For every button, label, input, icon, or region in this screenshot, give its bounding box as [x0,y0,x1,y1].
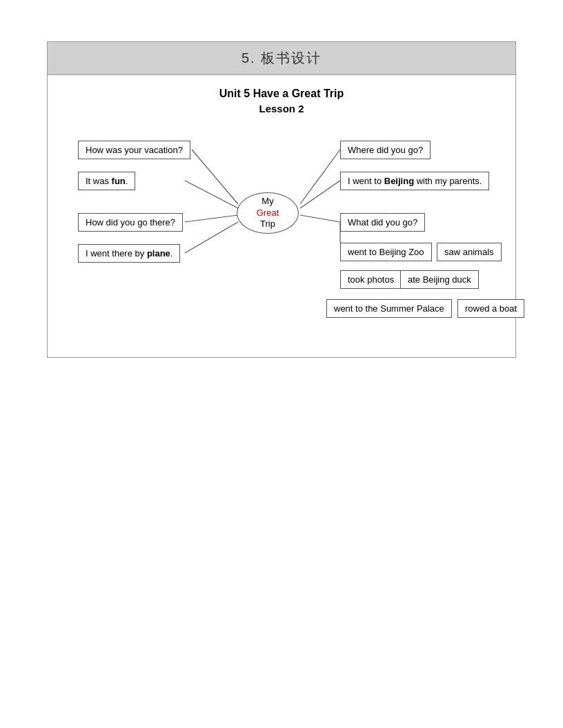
box-ate-beijing-duck: ate Beijing duck [400,270,479,289]
box-went-summer-palace: went to the Summer Palace [326,299,452,318]
box-how-was-vacation: How was your vacation? [78,141,190,159]
mind-map-center: My Great Trip [237,192,299,234]
svg-line-2 [185,215,238,222]
box-rowed-boat: rowed a boat [457,299,524,318]
box-i-went-beijing: I went to Beijing with my parents. [340,172,489,190]
box-saw-animals: saw animals [437,243,502,261]
svg-line-0 [192,150,238,204]
svg-line-5 [300,181,340,208]
box-how-did-you-go: How did you go there? [78,213,183,232]
box-what-did-you-go: What did you go? [340,213,425,232]
lesson-title: Lesson 2 [64,103,499,114]
section-title: 5. 板书设计 [48,42,515,75]
box-where-did-you-go: Where did you go? [340,141,431,159]
svg-line-3 [185,222,238,253]
box-took-photos: took photos [340,270,402,289]
svg-line-4 [300,150,340,204]
unit-title: Unit 5 Have a Great Trip [64,88,499,100]
box-i-went-plane: I went there by plane. [78,244,180,263]
svg-line-1 [185,181,238,208]
box-went-beijing-zoo: went to Beijing Zoo [340,243,432,261]
svg-line-6 [300,215,340,222]
box-it-was-fun: It was fun. [78,172,135,190]
